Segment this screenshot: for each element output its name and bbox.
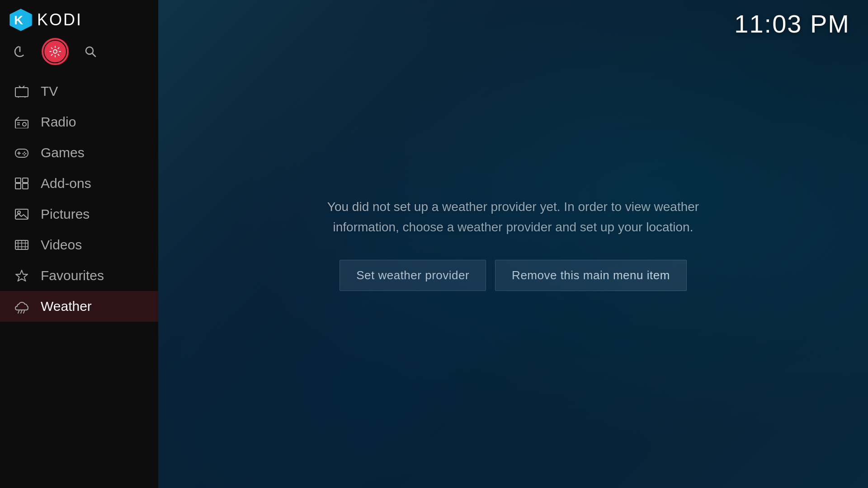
search-icon <box>84 45 97 58</box>
sidebar-item-weather[interactable]: Weather <box>0 291 158 322</box>
addons-label: Add-ons <box>41 176 91 191</box>
tv-label: TV <box>41 84 58 99</box>
radio-label: Radio <box>41 114 76 130</box>
kodi-logo-icon: K <box>9 8 33 32</box>
svg-rect-25 <box>15 183 21 189</box>
videos-label: Videos <box>41 237 82 253</box>
sidebar-item-pictures[interactable]: Pictures <box>0 199 158 230</box>
svg-line-39 <box>21 311 22 313</box>
main-content: 11:03 PM You did not set up a weather pr… <box>158 0 868 488</box>
radio-icon <box>14 114 30 130</box>
games-label: Games <box>41 145 85 160</box>
search-button[interactable] <box>80 41 101 62</box>
sidebar-header: K KODI <box>0 0 158 36</box>
svg-point-21 <box>24 152 25 153</box>
svg-point-22 <box>25 153 27 155</box>
pictures-icon <box>14 206 30 222</box>
games-icon <box>14 145 30 161</box>
svg-line-15 <box>15 117 19 120</box>
power-button[interactable] <box>9 41 31 62</box>
pictures-label: Pictures <box>41 206 90 222</box>
svg-point-23 <box>23 153 24 155</box>
favourites-icon <box>14 267 30 284</box>
addons-icon <box>14 175 30 192</box>
svg-point-24 <box>24 155 25 156</box>
favourites-label: Favourites <box>41 268 104 283</box>
svg-point-14 <box>23 122 26 126</box>
action-buttons-row: Set weather provider Remove this main me… <box>340 260 687 291</box>
kodi-logo-text: KODI <box>37 10 82 29</box>
svg-rect-26 <box>23 183 28 189</box>
svg-line-40 <box>24 311 24 313</box>
weather-label: Weather <box>41 299 92 314</box>
svg-point-5 <box>53 50 57 53</box>
svg-text:K: K <box>14 13 23 27</box>
videos-icon <box>14 237 30 253</box>
svg-rect-8 <box>15 88 28 97</box>
power-icon <box>14 45 26 58</box>
time-display: 11:03 PM <box>734 9 850 38</box>
sidebar-nav: TV Radio <box>0 71 158 488</box>
settings-icon <box>49 45 61 58</box>
sidebar-item-addons[interactable]: Add-ons <box>0 168 158 199</box>
tv-icon <box>14 83 30 99</box>
sidebar-item-radio[interactable]: Radio <box>0 107 158 137</box>
sidebar-item-tv[interactable]: TV <box>0 76 158 107</box>
weather-icon <box>14 298 30 314</box>
svg-point-30 <box>18 211 20 214</box>
sidebar: K KODI <box>0 0 158 488</box>
remove-menu-item-button[interactable]: Remove this main menu item <box>495 260 687 291</box>
svg-marker-37 <box>16 270 28 281</box>
weather-setup-message: You did not set up a weather provider ye… <box>319 197 708 238</box>
svg-point-6 <box>86 47 93 54</box>
svg-rect-29 <box>15 209 28 219</box>
svg-rect-27 <box>15 178 21 183</box>
settings-button[interactable] <box>44 41 66 62</box>
sidebar-item-games[interactable]: Games <box>0 137 158 168</box>
sidebar-item-favourites[interactable]: Favourites <box>0 260 158 291</box>
svg-line-7 <box>93 54 96 57</box>
kodi-logo: K KODI <box>9 8 82 32</box>
weather-setup-panel: You did not set up a weather provider ye… <box>158 0 868 488</box>
svg-line-38 <box>18 311 19 313</box>
set-weather-provider-button[interactable]: Set weather provider <box>340 260 486 291</box>
sidebar-item-videos[interactable]: Videos <box>0 230 158 260</box>
svg-rect-28 <box>23 178 28 183</box>
sidebar-icon-row <box>0 36 158 71</box>
